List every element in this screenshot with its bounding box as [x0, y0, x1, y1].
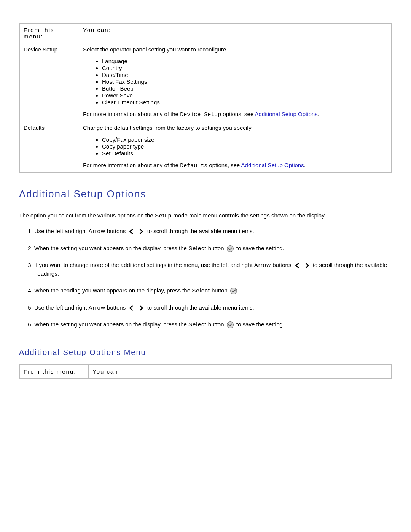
list-item: Language — [102, 58, 387, 64]
more-info-line: For more information about any of the De… — [83, 111, 387, 118]
menu-defaults: Defaults — [19, 121, 79, 173]
table-header-action: You can: — [79, 23, 392, 43]
row-intro: Change the default settings from the fac… — [83, 125, 387, 131]
list-item: Copy paper type — [102, 143, 387, 150]
defaults-options: Copy/Fax paper size Copy paper type Set … — [94, 136, 387, 157]
step-1: Use the left and right Arrow buttons to … — [34, 227, 392, 236]
list-item: Date/Time — [102, 72, 387, 78]
step-2: When the setting you want appears on the… — [34, 244, 392, 253]
desc-device-setup: Select the operator panel setting you wa… — [79, 43, 392, 121]
steps-list: Use the left and right Arrow buttons to … — [25, 227, 392, 329]
step-3: If you want to change more of the additi… — [34, 261, 392, 278]
table-header-menu: From this menu: — [19, 23, 79, 43]
table2-header-action: You can: — [89, 365, 392, 378]
step-4: When the heading you want appears on the… — [34, 286, 392, 295]
intro-paragraph: The option you select from the various o… — [19, 211, 392, 219]
select-button-icon — [226, 321, 234, 329]
device-setup-options: Language Country Date/Time Host Fax Sett… — [94, 58, 387, 105]
setup-menu-table: From this menu: You can: Device Setup Se… — [19, 23, 392, 173]
table-row: Defaults Change the default settings fro… — [19, 121, 392, 173]
list-item: Set Defaults — [102, 150, 387, 157]
list-item: Power Save — [102, 92, 387, 99]
step-5: Use the left and right Arrow buttons to … — [34, 304, 392, 312]
list-item: Clear Timeout Settings — [102, 99, 387, 105]
list-item: Host Fax Settings — [102, 78, 387, 85]
table2-header-menu: From this menu: — [19, 365, 89, 378]
more-info-line: For more information about any of the De… — [83, 162, 387, 169]
link-additional-setup-options[interactable]: Additional Setup Options — [241, 162, 304, 168]
list-item: Button Beep — [102, 85, 387, 92]
row-intro: Select the operator panel setting you wa… — [83, 46, 387, 53]
arrow-right-icon — [138, 305, 145, 312]
arrow-left-icon — [294, 262, 301, 269]
arrow-right-icon — [304, 262, 311, 269]
list-item: Copy/Fax paper size — [102, 136, 387, 143]
arrow-left-icon — [128, 228, 135, 235]
sub-heading-additional-menu: Additional Setup Options Menu — [19, 348, 392, 357]
table-row: Device Setup Select the operator panel s… — [19, 43, 392, 121]
step-6: When the setting you want appears on the… — [34, 320, 392, 329]
list-item: Country — [102, 65, 387, 71]
desc-defaults: Change the default settings from the fac… — [79, 121, 392, 173]
arrow-right-icon — [138, 228, 145, 235]
select-button-icon — [226, 245, 234, 252]
arrow-left-icon — [128, 305, 135, 312]
additional-options-table: From this menu: You can: — [19, 364, 392, 379]
section-heading-additional-setup: Additional Setup Options — [19, 188, 392, 200]
select-button-icon — [230, 287, 237, 295]
link-additional-setup-options[interactable]: Additional Setup Options — [255, 111, 318, 117]
menu-device-setup: Device Setup — [19, 43, 79, 121]
